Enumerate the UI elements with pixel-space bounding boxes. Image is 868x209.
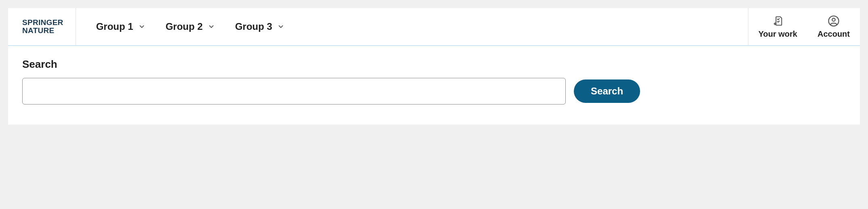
nav-group-1[interactable]: Group 1: [96, 21, 145, 32]
chevron-down-icon: [277, 23, 284, 30]
search-button[interactable]: Search: [574, 79, 640, 103]
search-input[interactable]: [22, 78, 566, 104]
search-heading: Search: [22, 58, 846, 71]
main-nav: Group 1 Group 2 Group 3: [76, 8, 748, 45]
nav-label: Group 2: [166, 21, 203, 32]
search-section: Search Search: [8, 46, 860, 125]
header-right: Your work Account: [748, 8, 860, 45]
logo-line1: SPRINGER: [22, 19, 63, 27]
your-work-icon: [772, 15, 784, 27]
account-label: Account: [817, 29, 850, 39]
search-row: Search: [22, 78, 846, 104]
nav-group-2[interactable]: Group 2: [166, 21, 215, 32]
nav-label: Group 1: [96, 21, 133, 32]
nav-group-3[interactable]: Group 3: [235, 21, 284, 32]
nav-label: Group 3: [235, 21, 272, 32]
account-button[interactable]: Account: [807, 8, 860, 45]
logo-text: SPRINGER NATURE: [22, 19, 63, 35]
account-icon: [828, 15, 840, 27]
your-work-label: Your work: [758, 29, 797, 39]
your-work-button[interactable]: Your work: [748, 8, 807, 45]
chevron-down-icon: [208, 23, 215, 30]
app-container: SPRINGER NATURE Group 1 Group 2 Group 3: [8, 8, 860, 125]
chevron-down-icon: [138, 23, 145, 30]
logo[interactable]: SPRINGER NATURE: [8, 8, 76, 45]
svg-point-1: [832, 18, 835, 21]
header: SPRINGER NATURE Group 1 Group 2 Group 3: [8, 8, 860, 46]
logo-line2: NATURE: [22, 27, 63, 35]
